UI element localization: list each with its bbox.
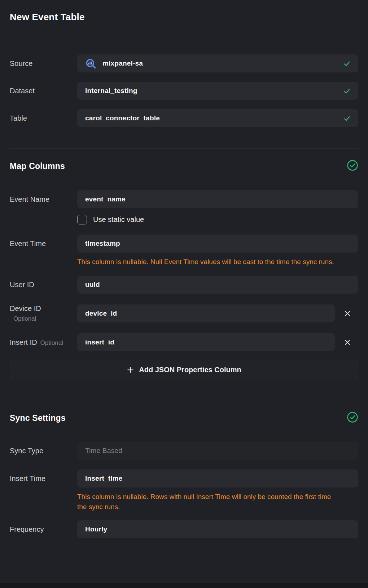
insert-id-value: insert_id	[85, 338, 114, 346]
event-time-select[interactable]: timestamp	[77, 235, 358, 253]
remove-device-id-button[interactable]	[343, 309, 351, 317]
insert-id-select[interactable]: insert_id	[77, 333, 335, 351]
frequency-row: Frequency Hourly	[10, 520, 358, 538]
insert-time-row: Insert Time insert_time	[10, 469, 358, 487]
bigquery-source-icon	[85, 58, 96, 69]
sync-settings-heading: Sync Settings	[10, 413, 66, 423]
bottom-edge	[0, 583, 368, 588]
user-id-select[interactable]: uuid	[77, 276, 358, 294]
dataset-valid-check-icon	[343, 87, 351, 95]
device-id-select[interactable]: device_id	[77, 304, 335, 322]
add-json-properties-button[interactable]: Add JSON Properties Column	[10, 361, 358, 379]
device-id-row: Device ID Optional device_id	[10, 304, 358, 322]
sync-type-value: Time Based	[85, 447, 122, 455]
dataset-label: Dataset	[10, 87, 77, 95]
frequency-select[interactable]: Hourly	[77, 520, 358, 538]
frequency-label: Frequency	[10, 525, 77, 534]
map-columns-header: Map Columns	[10, 160, 358, 173]
event-name-select[interactable]: event_name	[77, 190, 358, 208]
map-columns-complete-icon	[347, 160, 358, 173]
add-json-properties-label: Add JSON Properties Column	[139, 366, 241, 374]
sync-type-row: Sync Type Time Based	[10, 442, 358, 460]
insert-id-label-group: Insert ID Optional	[10, 338, 77, 347]
event-time-label: Event Time	[10, 240, 77, 248]
plus-icon	[127, 366, 134, 374]
dataset-value: internal_testing	[85, 87, 137, 95]
use-static-value-checkbox[interactable]	[77, 215, 87, 224]
sync-type-select: Time Based	[77, 442, 358, 460]
use-static-value-label[interactable]: Use static value	[93, 215, 144, 224]
table-valid-check-icon	[343, 114, 351, 122]
user-id-label: User ID	[10, 281, 77, 289]
user-id-row: User ID uuid	[10, 276, 358, 294]
user-id-value: uuid	[85, 281, 100, 289]
device-id-label-group: Device ID Optional	[10, 304, 77, 322]
insert-time-nullable-warning: This column is nullable. Rows with null …	[77, 492, 335, 512]
source-valid-check-icon	[343, 59, 351, 68]
device-id-value: device_id	[85, 309, 117, 317]
event-time-nullable-warning: This column is nullable. Null Event Time…	[77, 257, 335, 267]
table-label: Table	[10, 114, 77, 122]
new-event-table-form: New Event Table Source mixpanel-sa Datas…	[0, 0, 368, 538]
source-row: Source mixpanel-sa	[10, 54, 358, 72]
event-name-value: event_name	[85, 195, 126, 203]
insert-id-optional-label: Optional	[40, 339, 63, 347]
sync-settings-header: Sync Settings	[10, 411, 358, 424]
event-time-row: Event Time timestamp	[10, 235, 358, 253]
source-value: mixpanel-sa	[102, 59, 143, 67]
insert-time-value: insert_time	[85, 475, 123, 482]
remove-insert-id-button[interactable]	[343, 338, 351, 346]
insert-time-select[interactable]: insert_time	[77, 469, 358, 487]
event-time-value: timestamp	[85, 240, 120, 248]
insert-id-row: Insert ID Optional insert_id	[10, 333, 358, 351]
use-static-value-row: Use static value	[77, 215, 358, 224]
event-name-label: Event Name	[10, 195, 77, 204]
sync-type-label: Sync Type	[10, 447, 77, 455]
frequency-value: Hourly	[85, 525, 107, 533]
section-divider	[10, 400, 358, 400]
section-divider	[10, 148, 358, 148]
dataset-row: Dataset internal_testing	[10, 82, 358, 100]
device-id-label: Device ID	[10, 304, 77, 313]
map-columns-heading: Map Columns	[10, 161, 65, 171]
source-select[interactable]: mixpanel-sa	[77, 54, 358, 72]
dataset-select[interactable]: internal_testing	[77, 82, 358, 100]
device-id-optional-label: Optional	[10, 315, 77, 322]
table-select[interactable]: carol_connector_table	[77, 109, 358, 127]
table-value: carol_connector_table	[85, 114, 160, 122]
insert-time-label: Insert Time	[10, 475, 77, 483]
event-name-row: Event Name event_name	[10, 190, 358, 208]
page-title: New Event Table	[10, 0, 358, 23]
table-row: Table carol_connector_table	[10, 109, 358, 127]
sync-settings-complete-icon	[347, 411, 358, 424]
source-label: Source	[10, 59, 77, 68]
insert-id-label: Insert ID	[10, 338, 37, 347]
